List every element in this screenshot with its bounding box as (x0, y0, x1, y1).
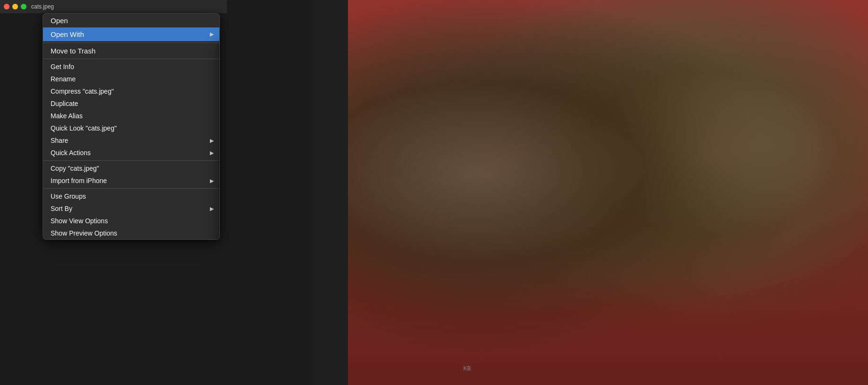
finder-window-title: cats.jpeg (31, 3, 54, 10)
cat-image (348, 0, 868, 385)
finder-titlebar: cats.jpeg (0, 0, 227, 13)
menu-item-open[interactable]: Open (43, 14, 219, 27)
menu-item-show-preview-options[interactable]: Show Preview Options (43, 227, 219, 239)
menu-sep-2 (43, 59, 219, 59)
photo-overlay (348, 0, 868, 385)
menu-sep-3 (43, 160, 219, 161)
menu-item-share[interactable]: Share ▶ (43, 134, 219, 147)
context-menu: Open Open With ▶ Preview (default) (43, 13, 220, 240)
menu-item-show-view-options[interactable]: Show View Options (43, 215, 219, 227)
file-size-label: KB (463, 365, 471, 372)
menu-sep-4 (43, 188, 219, 189)
traffic-light-minimize[interactable] (12, 4, 18, 9)
menu-item-get-info[interactable]: Get Info (43, 61, 219, 73)
menu-item-move-to-trash[interactable]: Move to Trash (43, 44, 219, 57)
menu-item-use-groups[interactable]: Use Groups (43, 190, 219, 202)
submenu-arrow-import: ▶ (210, 178, 214, 184)
submenu-arrow-open-with: ▶ (210, 31, 214, 37)
menu-item-sort-by[interactable]: Sort By ▶ (43, 202, 219, 215)
menu-item-import-iphone[interactable]: Import from iPhone ▶ (43, 175, 219, 187)
menu-item-rename[interactable]: Rename (43, 73, 219, 85)
menu-item-duplicate[interactable]: Duplicate (43, 97, 219, 110)
submenu-arrow-sort-by: ▶ (210, 206, 214, 212)
submenu-arrow-share: ▶ (210, 138, 214, 144)
traffic-light-close[interactable] (4, 4, 9, 9)
menu-sep-1 (43, 43, 219, 43)
menu-item-open-with[interactable]: Open With ▶ Preview (default) (43, 27, 219, 41)
menu-item-compress[interactable]: Compress "cats.jpeg" (43, 85, 219, 97)
menu-item-quick-actions[interactable]: Quick Actions ▶ (43, 147, 219, 159)
menu-item-make-alias[interactable]: Make Alias (43, 110, 219, 122)
submenu-arrow-quick-actions: ▶ (210, 150, 214, 156)
traffic-light-zoom[interactable] (21, 4, 26, 9)
finder-photo-preview (348, 0, 868, 385)
menu-item-copy[interactable]: Copy "cats.jpeg" (43, 162, 219, 175)
menu-item-quick-look[interactable]: Quick Look "cats.jpeg" (43, 122, 219, 134)
